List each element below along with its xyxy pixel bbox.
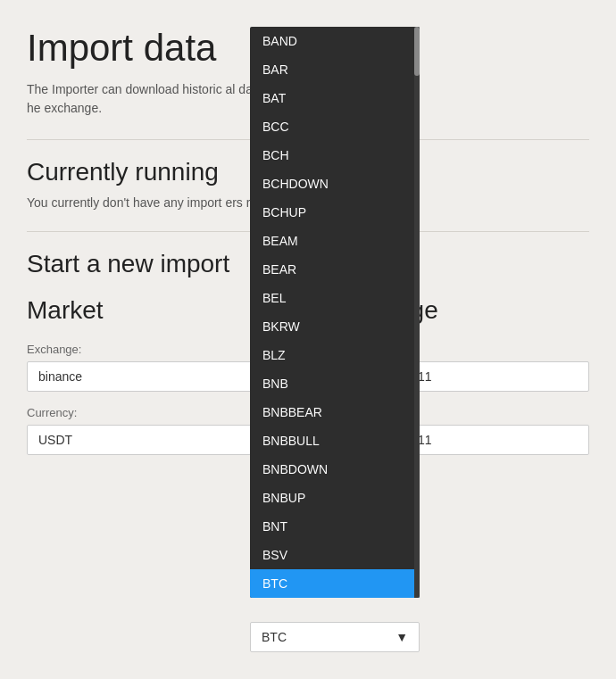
dropdown-item[interactable]: BTC: [250, 569, 420, 598]
selected-currency-bottom[interactable]: BTC ▼: [250, 622, 420, 652]
dropdown-item[interactable]: BNT: [250, 512, 420, 541]
dropdown-item[interactable]: BKRW: [250, 312, 420, 341]
dropdown-item[interactable]: BNBBULL: [250, 426, 420, 455]
dropdown-item[interactable]: BCC: [250, 112, 420, 141]
dropdown-item[interactable]: BEL: [250, 284, 420, 312]
dropdown-list: BANDBARBATBCCBCHBCHDOWNBCHUPBEAMBEARBELB…: [250, 27, 420, 598]
currency-value: USDT: [38, 433, 72, 447]
selected-currency-display-container: BTC ▼: [250, 622, 420, 652]
scrollbar-thumb: [414, 27, 420, 76]
dropdown-item[interactable]: BSV: [250, 541, 420, 569]
dropdown-item[interactable]: BAND: [250, 27, 420, 55]
dropdown-item[interactable]: BNBDOWN: [250, 455, 420, 484]
dropdown-item[interactable]: BNBBEAR: [250, 398, 420, 426]
dropdown-item[interactable]: BAT: [250, 84, 420, 112]
dropdown-item[interactable]: BNBUP: [250, 484, 420, 512]
dropdown-item[interactable]: BNB: [250, 369, 420, 398]
dropdown-item[interactable]: BCH: [250, 141, 420, 170]
dropdown-item[interactable]: BEAM: [250, 227, 420, 255]
scrollbar-track: [414, 27, 420, 598]
dropdown-item[interactable]: BAR: [250, 55, 420, 84]
currency-dropdown: BANDBARBATBCCBCHBCHDOWNBCHUPBEAMBEARBELB…: [250, 27, 420, 598]
dropdown-item[interactable]: BLZ: [250, 341, 420, 369]
selected-currency-label: BTC: [262, 630, 287, 644]
dropdown-item[interactable]: BEAR: [250, 255, 420, 284]
dropdown-item[interactable]: BCHDOWN: [250, 170, 420, 198]
dropdown-item[interactable]: BCHUP: [250, 198, 420, 227]
selected-currency-arrow: ▼: [395, 630, 408, 644]
